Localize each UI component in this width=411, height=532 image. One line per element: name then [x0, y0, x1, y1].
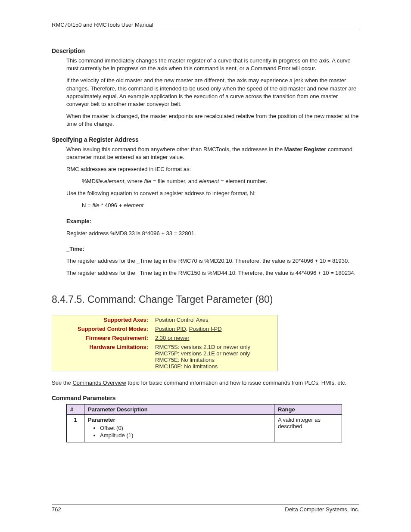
text-fragment: topic for basic command information and …	[126, 380, 347, 386]
info-label-control-modes: Supported Control Modes:	[52, 324, 152, 333]
example-heading: Example:	[66, 218, 359, 225]
text-fragment: , where	[124, 178, 144, 184]
info-label-supported-axes: Supported Axes:	[52, 315, 152, 324]
link-firmware-req[interactable]: 2.30 or newer	[155, 335, 190, 341]
text-fragment: When issuing this command from anywhere …	[66, 146, 284, 152]
text-fragment: %MD	[82, 178, 96, 184]
italic-file: file	[96, 178, 103, 184]
param-label: Parameter	[88, 417, 115, 423]
link-commands-overview[interactable]: Commands Overview	[72, 380, 126, 386]
example-label: Example:	[66, 218, 91, 224]
text-fragment: See the	[52, 380, 72, 386]
italic-file: file	[144, 178, 152, 184]
hardware-line: RMC150E: No limitations	[155, 363, 274, 370]
info-value-hardware: RMC75S: versions 2.1D or newer only RMC7…	[152, 342, 278, 371]
register-format-line: %MDfile.element, where file = file numbe…	[82, 177, 359, 185]
table-row: Supported Control Modes: Position PID, P…	[52, 324, 278, 333]
text-fragment: ,	[186, 326, 189, 332]
register-equation: N = file * 4096 + element	[82, 202, 359, 209]
page-header: RMC70/150 and RMCTools User Manual	[52, 22, 359, 30]
param-description-cell: Parameter Offset (0) Amplitude (1)	[84, 414, 274, 442]
register-address-heading: Specifying a Register Address	[52, 136, 359, 143]
info-value-control-modes: Position PID, Position I-PD	[152, 324, 278, 333]
text-fragment: = element number.	[219, 178, 267, 184]
time-para-2: The register address for the _Time tag i…	[66, 269, 359, 277]
description-para-1: This command immediately changes the mas…	[66, 57, 359, 72]
italic-element: element	[199, 178, 219, 184]
command-info-table: Supported Axes: Position Control Axes Su…	[52, 315, 278, 371]
hardware-line: RMC75P: versions 2.1E or newer only	[155, 350, 274, 357]
list-item: Amplitude (1)	[100, 432, 271, 439]
register-para-2: RMC addresses are represented in IEC for…	[66, 165, 359, 173]
time-para-1: The register address for the _Time tag i…	[66, 257, 359, 265]
section-heading-8-4-7-5: 8.4.7.5. Command: Change Target Paramete…	[52, 294, 359, 305]
param-number: 1	[67, 414, 84, 442]
description-para-3: When the master is changed, the master e…	[66, 112, 359, 128]
italic-element: element	[124, 202, 143, 208]
col-range: Range	[274, 404, 342, 414]
link-position-ipd[interactable]: Position I-PD	[189, 326, 222, 332]
info-label-hardware: Hardware Limitations:	[52, 342, 152, 371]
param-options-list: Offset (0) Amplitude (1)	[100, 425, 271, 439]
hardware-line: RMC75E: No limitations	[155, 357, 274, 363]
table-row: Hardware Limitations: RMC75S: versions 2…	[52, 342, 278, 371]
table-row: Firmware Requirement: 2.30 or newer	[52, 333, 278, 342]
table-row: Supported Axes: Position Control Axes	[52, 315, 278, 324]
text-fragment: * 4096 +	[100, 202, 124, 208]
param-range: A valid integer as described	[274, 414, 342, 442]
page-footer: 762 Delta Computer Systems, Inc.	[52, 504, 359, 513]
register-para-3: Use the following equation to convert a …	[66, 190, 359, 197]
commands-overview-para: See the Commands Overview topic for basi…	[52, 379, 359, 387]
example-para: Register address %MD8.33 is 8*4096 + 33 …	[66, 230, 359, 237]
col-num: #	[67, 404, 84, 414]
info-value-firmware: 2.30 or newer	[152, 333, 278, 342]
table-row: 1 Parameter Offset (0) Amplitude (1) A v…	[67, 414, 342, 442]
col-desc: Parameter Description	[84, 404, 274, 414]
link-position-pid[interactable]: Position PID	[155, 326, 186, 332]
description-para-2: If the velocity of the old master and th…	[66, 77, 359, 108]
list-item: Offset (0)	[100, 425, 271, 431]
description-heading: Description	[52, 47, 359, 54]
footer-company: Delta Computer Systems, Inc.	[285, 506, 359, 513]
time-heading: _Time:	[66, 245, 359, 253]
info-value-supported-axes: Position Control Axes	[152, 315, 278, 324]
italic-element: element	[104, 178, 124, 184]
header-left-text: RMC70/150 and RMCTools User Manual	[52, 22, 153, 28]
hardware-line: RMC75S: versions 2.1D or newer only	[155, 344, 274, 350]
register-para-1: When issuing this command from anywhere …	[66, 146, 359, 161]
command-parameters-heading: Command Parameters	[52, 395, 359, 401]
master-register-bold: Master Register	[284, 146, 327, 152]
italic-file: file	[92, 202, 100, 208]
time-label: _Time:	[66, 246, 84, 252]
text-fragment: N =	[82, 202, 92, 208]
page-container: RMC70/150 and RMCTools User Manual Descr…	[0, 0, 411, 532]
command-parameters-table: # Parameter Description Range 1 Paramete…	[66, 404, 342, 442]
table-header-row: # Parameter Description Range	[67, 404, 342, 414]
text-fragment: = file number, and	[151, 178, 199, 184]
footer-page-number: 762	[52, 506, 61, 513]
info-label-firmware: Firmware Requirement:	[52, 333, 152, 342]
